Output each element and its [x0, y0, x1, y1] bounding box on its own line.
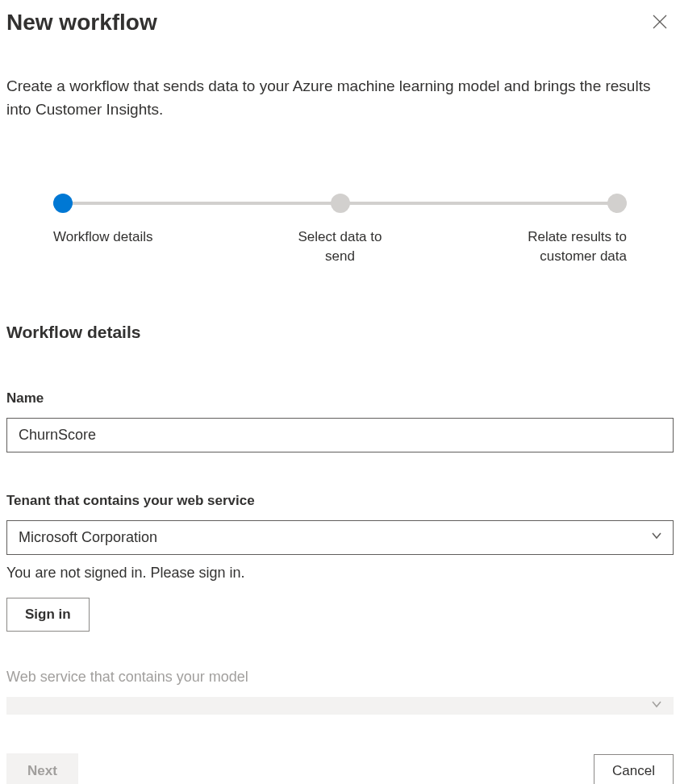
step-label: Select data to send	[284, 227, 397, 266]
tenant-select[interactable]: Microsoft Corporation	[6, 520, 674, 555]
close-icon[interactable]	[646, 10, 674, 36]
tenant-select-wrapper: Microsoft Corporation	[6, 520, 674, 555]
webservice-label: Web service that contains your model	[6, 669, 674, 686]
signin-helper-text: You are not signed in. Please sign in.	[6, 565, 674, 582]
webservice-select-wrapper	[6, 697, 674, 715]
section-title: Workflow details	[6, 323, 674, 342]
cancel-button[interactable]: Cancel	[594, 754, 674, 784]
name-input[interactable]	[6, 418, 674, 452]
dialog-header: New workflow	[6, 10, 674, 36]
step-label: Relate results to customer data	[514, 227, 627, 266]
webservice-select	[6, 697, 674, 715]
step-select-data[interactable]: Select data to send	[284, 194, 397, 266]
name-label: Name	[6, 390, 674, 407]
page-title: New workflow	[6, 10, 157, 35]
step-dot	[607, 194, 627, 213]
dialog-footer: Next Cancel	[6, 753, 674, 784]
step-label: Workflow details	[53, 227, 152, 247]
step-dot-active	[53, 194, 73, 213]
step-relate-results[interactable]: Relate results to customer data	[514, 194, 627, 266]
tenant-label: Tenant that contains your web service	[6, 493, 674, 509]
next-button: Next	[6, 753, 78, 784]
stepper: Workflow details Select data to send Rel…	[53, 194, 627, 266]
step-workflow-details[interactable]: Workflow details	[53, 194, 166, 247]
dialog-description: Create a workflow that sends data to you…	[6, 75, 674, 121]
step-dot	[331, 194, 350, 213]
signin-button[interactable]: Sign in	[6, 598, 90, 632]
